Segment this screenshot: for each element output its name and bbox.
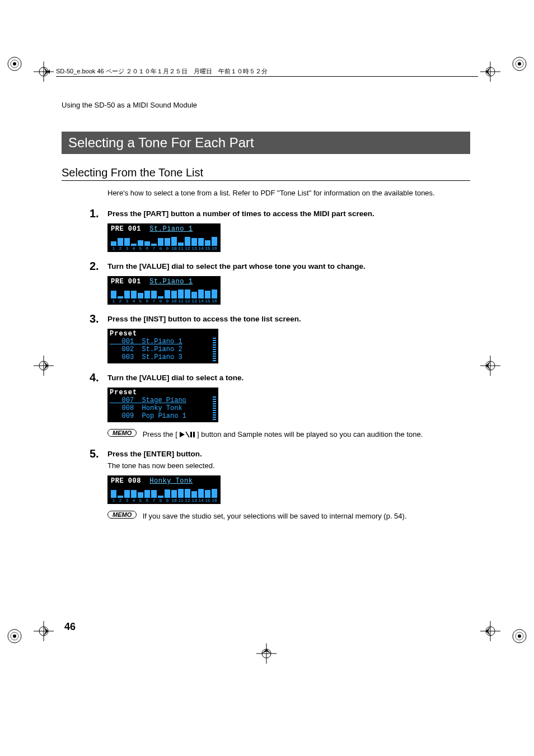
step-number: 1. xyxy=(90,207,99,220)
section-title: Selecting a Tone For Each Part xyxy=(62,132,470,154)
memo-badge: MEMO xyxy=(107,511,137,519)
svg-point-5 xyxy=(518,62,521,66)
play-pause-icon xyxy=(179,431,195,440)
step-4: 4. Turn the [VALUE] dial to select a ton… xyxy=(62,374,470,440)
print-crosshair-icon xyxy=(480,621,500,641)
print-crosshair-icon xyxy=(480,356,500,376)
running-head: Using the SD-50 as a MIDI Sound Module xyxy=(62,101,470,109)
page-number: 46 xyxy=(64,621,76,633)
lcd-screenshot-5: PRE 008 Honky Tonk 123456789101112131415… xyxy=(107,475,221,504)
print-crosshair-icon xyxy=(34,621,54,641)
step-3: 3. Press the [INST] button to access the… xyxy=(62,315,470,363)
subsection-title: Selecting From the Tone List xyxy=(62,166,470,181)
svg-point-8 xyxy=(13,634,16,638)
step-number: 3. xyxy=(90,312,99,325)
step-text: Turn the [VALUE] dial to select the part… xyxy=(107,262,470,270)
memo-text: Press the [ ] button and Sample notes wi… xyxy=(143,430,423,440)
pdf-header-line: SD-50_e.book 46 ページ ２０１０年１月２５日 月曜日 午前１０時… xyxy=(56,67,478,77)
step-text: Press the [ENTER] button. xyxy=(107,450,470,458)
svg-rect-28 xyxy=(193,432,195,437)
lcd-screenshot-4: Preset 007 Stage Piano 008 Honky Tonk 00… xyxy=(107,388,218,422)
print-crosshair-icon xyxy=(480,62,500,82)
step-text: Press the [PART] button a number of time… xyxy=(107,209,470,218)
svg-rect-27 xyxy=(190,432,192,437)
step-subtext: The tone has now been selected. xyxy=(107,461,470,470)
step-number: 5. xyxy=(90,447,99,460)
step-5: 5. Press the [ENTER] button. The tone ha… xyxy=(62,450,470,521)
step-text: Turn the [VALUE] dial to select a tone. xyxy=(107,374,470,382)
step-2: 2. Turn the [VALUE] dial to select the p… xyxy=(62,262,470,305)
print-registration-mark-icon xyxy=(7,56,22,72)
print-registration-mark-icon xyxy=(512,56,527,72)
memo-text: If you save the studio set, your selecti… xyxy=(143,512,407,520)
lcd-screenshot-2: PRE 001 St.Piano 1 123456789101112131415… xyxy=(107,276,221,305)
svg-marker-26 xyxy=(180,432,185,437)
print-crosshair-icon xyxy=(34,356,54,376)
print-crosshair-icon xyxy=(256,643,277,664)
step-1: 1. Press the [PART] button a number of t… xyxy=(62,209,470,252)
lcd-screenshot-3: Preset 001 St.Piano 1 002 St.Piano 2 003… xyxy=(107,329,218,363)
print-crosshair-icon xyxy=(34,62,54,82)
svg-point-2 xyxy=(13,62,16,66)
print-registration-mark-icon xyxy=(512,628,527,644)
step-text: Press the [INST] button to access the to… xyxy=(107,315,470,323)
memo-badge: MEMO xyxy=(107,429,137,437)
print-registration-mark-icon xyxy=(7,628,22,644)
step-number: 2. xyxy=(90,260,99,273)
step-number: 4. xyxy=(90,371,99,384)
svg-point-11 xyxy=(518,634,521,638)
lcd-screenshot-1: PRE 001 St.Piano 1 123456789101112131415… xyxy=(107,223,221,252)
intro-text: Here's how to select a tone from a list.… xyxy=(107,189,470,197)
